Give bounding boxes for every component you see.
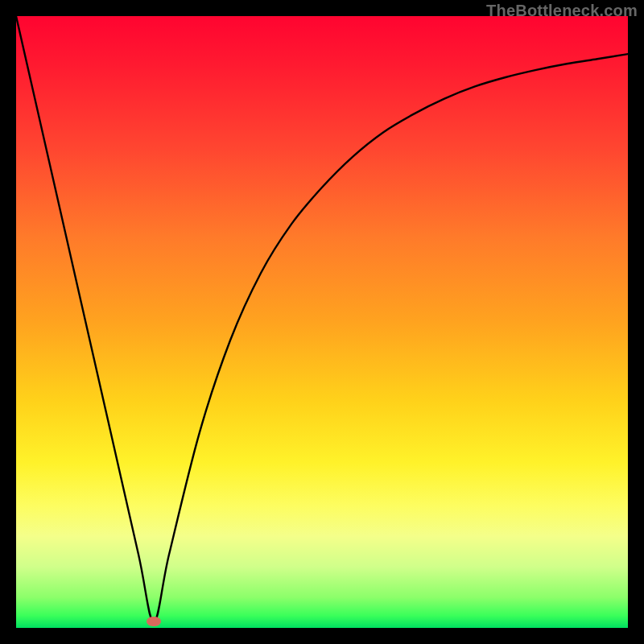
minimum-marker bbox=[147, 617, 161, 626]
plot-outer bbox=[14, 14, 630, 630]
watermark-text: TheBottleneck.com bbox=[486, 2, 638, 20]
plot-gradient-background bbox=[16, 16, 628, 628]
chart-frame: TheBottleneck.com bbox=[0, 0, 644, 644]
